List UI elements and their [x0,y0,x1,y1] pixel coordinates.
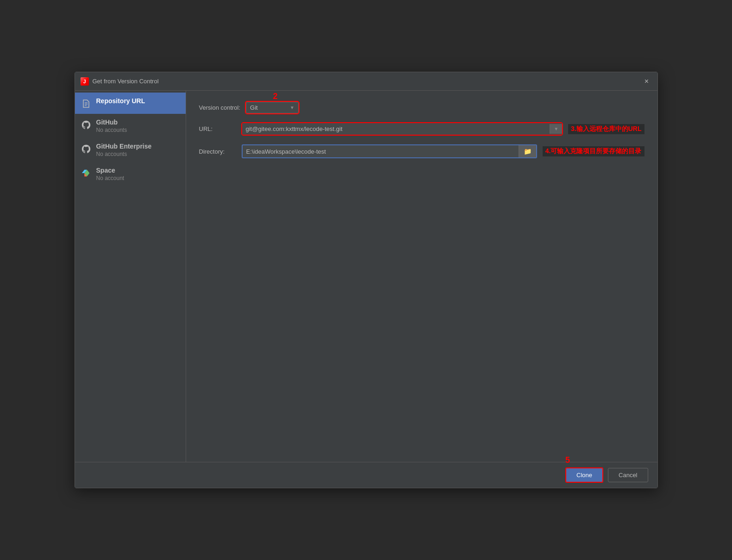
sidebar-item-repository-url-content: Repository URL [96,97,145,105]
url-dropdown-button[interactable]: ▼ [550,124,562,134]
sidebar-item-github-title: GitHub [96,118,127,126]
sidebar-item-github-content: GitHub No accounts [96,118,127,133]
version-control-select[interactable]: Git ▼ [246,102,299,113]
button-area: 5 Clone Cancel [565,467,648,483]
get-from-version-control-dialog: J Get from Version Control × Repository [75,72,658,488]
version-control-row: Version control: Git ▼ [199,102,644,113]
sidebar-item-space-title: Space [96,167,125,174]
space-icon [81,168,92,179]
github-enterprise-icon [81,143,92,155]
url-input-wrapper: ▼ [242,123,563,135]
clone-button[interactable]: Clone [565,467,603,483]
github-icon [81,119,92,131]
sidebar-item-space[interactable]: Space No account [75,162,186,186]
version-control-label: Version control: [199,104,241,111]
title-bar: J Get from Version Control × [75,72,657,91]
sidebar-item-github-enterprise[interactable]: GitHub Enterprise No accounts [75,138,186,162]
url-input[interactable] [242,123,550,135]
chevron-down-icon: ▼ [290,105,294,110]
url-row: URL: ▼ 3.输入远程仓库中的URL [199,123,644,135]
title-bar-left: J Get from Version Control [81,77,159,86]
sidebar: Repository URL GitHub No accounts [75,91,186,462]
dialog-title: Get from Version Control [93,78,159,85]
dialog-body: Repository URL GitHub No accounts [75,91,657,462]
directory-label: Directory: [199,148,236,155]
sidebar-item-github[interactable]: GitHub No accounts [75,114,186,138]
sidebar-item-github-enterprise-sub: No accounts [96,151,152,157]
version-control-value: Git [250,104,287,111]
bottom-bar: 5 Clone Cancel [75,462,657,488]
sidebar-item-space-sub: No account [96,175,125,181]
main-content: 2 Version control: Git ▼ URL: ▼ 3.输入远程仓库 [186,91,657,462]
sidebar-item-github-enterprise-title: GitHub Enterprise [96,143,152,150]
sidebar-item-space-content: Space No account [96,167,125,181]
directory-row: Directory: 📁 4.可输入克隆项目所要存储的目录 [199,144,644,158]
close-button[interactable]: × [642,76,652,87]
repo-icon [81,98,92,109]
sidebar-item-repository-url[interactable]: Repository URL [75,93,186,114]
version-control-section: 2 Version control: Git ▼ [199,102,644,113]
url-label: URL: [199,125,236,132]
directory-input-wrapper: 📁 [242,144,537,158]
sidebar-item-github-enterprise-content: GitHub Enterprise No accounts [96,143,152,157]
sidebar-item-github-sub: No accounts [96,127,127,133]
directory-annotation: 4.可输入克隆项目所要存储的目录 [543,146,644,156]
browse-directory-button[interactable]: 📁 [519,145,536,157]
url-annotation: 3.输入远程仓库中的URL [568,124,644,134]
sidebar-item-repository-url-title: Repository URL [96,97,145,105]
annotation-2: 2 [273,92,278,101]
app-icon: J [81,77,89,86]
annotation-5: 5 [565,455,570,465]
cancel-button[interactable]: Cancel [608,468,648,482]
directory-input[interactable] [243,146,519,157]
